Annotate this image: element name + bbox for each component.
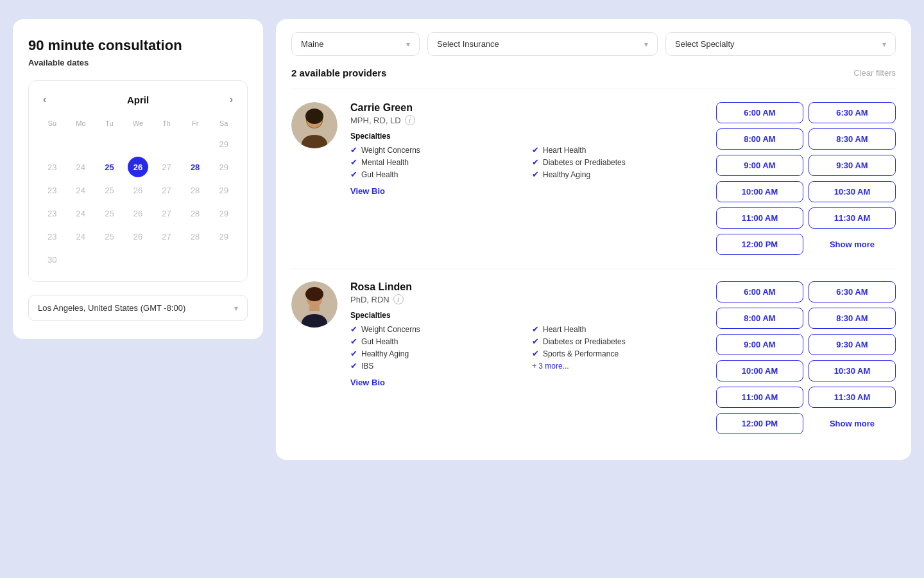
timezone-select[interactable]: Los Angeles, United States (GMT -8:00) ▾ — [28, 295, 248, 321]
specialty-name: Diabetes or Prediabetes — [543, 337, 626, 346]
time-slot-600am-rosa[interactable]: 6:00 AM — [716, 281, 803, 302]
state-filter[interactable]: Maine ▾ — [291, 32, 420, 56]
time-slots-rosa: 6:00 AM 6:30 AM 8:00 AM 8:30 AM 9:00 AM … — [716, 281, 896, 434]
specialty-item: ✔ Mental Health — [350, 157, 522, 168]
creds-text: PhD, RDN — [350, 295, 389, 304]
check-icon: ✔ — [532, 170, 539, 179]
time-slot-630am-rosa[interactable]: 6:30 AM — [809, 281, 896, 302]
calendar-day-28[interactable]: 28 — [185, 157, 205, 177]
check-icon: ✔ — [350, 145, 357, 155]
show-more-button-carrie[interactable]: Show more — [809, 234, 896, 255]
next-month-button[interactable]: › — [225, 91, 238, 108]
time-slot-930am-rosa[interactable]: 9:30 AM — [809, 334, 896, 355]
calendar-day: 27 — [157, 226, 177, 247]
timezone-value: Los Angeles, United States (GMT -8:00) — [38, 303, 185, 313]
time-slot-930am[interactable]: 9:30 AM — [809, 155, 896, 176]
specialty-item: ✔ Diabetes or Prediabetes — [532, 336, 703, 347]
calendar-day-25[interactable]: 25 — [99, 157, 119, 177]
calendar-day: 24 — [71, 203, 91, 223]
specialty-item: ✔ Sports & Performance — [532, 348, 703, 359]
time-slot-1100am-rosa[interactable]: 11:00 AM — [716, 387, 803, 408]
calendar: ‹ April › Su Mo Tu We Th Fr Sa — [28, 80, 248, 282]
time-slot-830am[interactable]: 8:30 AM — [809, 128, 896, 150]
calendar-week: 23 24 25 26 27 28 29 — [38, 202, 238, 225]
time-slot-1200pm[interactable]: 12:00 PM — [716, 234, 803, 255]
check-icon: ✔ — [350, 170, 357, 179]
time-slot-1100am[interactable]: 11:00 AM — [716, 207, 803, 229]
provider-avatar-carrie — [291, 102, 338, 148]
calendar-day — [128, 134, 148, 154]
calendar-week: 29 — [38, 132, 238, 155]
check-icon: ✔ — [350, 361, 357, 371]
time-slots-carrie: 6:00 AM 6:30 AM 8:00 AM 8:30 AM 9:00 AM … — [716, 102, 896, 255]
insurance-filter[interactable]: Select Insurance ▾ — [427, 32, 658, 56]
show-more-button-rosa[interactable]: Show more — [809, 413, 896, 434]
provider-creds-rosa: PhD, RDN i — [350, 294, 703, 304]
view-bio-rosa[interactable]: View Bio — [350, 378, 385, 387]
time-slot-1030am-rosa[interactable]: 10:30 AM — [809, 360, 896, 381]
provider-creds-carrie: MPH, RD, LD i — [350, 115, 703, 125]
calendar-header: ‹ April › — [38, 91, 238, 108]
day-tu: Tu — [95, 117, 124, 130]
check-icon: ✔ — [532, 157, 539, 167]
info-icon[interactable]: i — [405, 115, 415, 125]
specialty-item: ✔ Weight Concerns — [350, 144, 522, 155]
chevron-down-icon: ▾ — [406, 40, 410, 49]
calendar-day: 25 — [99, 180, 119, 200]
time-slot-630am[interactable]: 6:30 AM — [809, 102, 896, 123]
calendar-day: 26 — [128, 203, 148, 223]
calendar-month: April — [127, 94, 149, 105]
day-th: Th — [152, 117, 181, 130]
plus-more-rosa[interactable]: + 3 more... — [532, 362, 569, 371]
time-slot-830am-rosa[interactable]: 8:30 AM — [809, 308, 896, 329]
check-icon: ✔ — [532, 145, 539, 155]
prev-month-button[interactable]: ‹ — [38, 91, 51, 108]
specialty-filter[interactable]: Select Specialty ▾ — [665, 32, 896, 56]
check-icon: ✔ — [532, 349, 539, 358]
day-su: Su — [38, 117, 67, 130]
calendar-day — [185, 249, 205, 270]
view-bio-carrie[interactable]: View Bio — [350, 186, 385, 196]
info-icon[interactable]: i — [393, 294, 404, 304]
time-slot-1000am-rosa[interactable]: 10:00 AM — [716, 360, 803, 381]
day-sa: Sa — [209, 117, 238, 130]
calendar-day: 23 — [42, 180, 62, 200]
time-slot-800am[interactable]: 8:00 AM — [716, 128, 803, 150]
check-icon: ✔ — [350, 157, 357, 167]
calendar-week: 30 — [38, 248, 238, 271]
providers-header: 2 available providers Clear filters — [291, 67, 896, 78]
creds-text: MPH, RD, LD — [350, 116, 401, 125]
time-slot-1030am[interactable]: 10:30 AM — [809, 181, 896, 202]
provider-name-rosa: Rosa Linden — [350, 281, 703, 293]
time-slot-600am[interactable]: 6:00 AM — [716, 102, 803, 123]
calendar-day-26[interactable]: 26 — [128, 157, 148, 177]
time-slot-1130am[interactable]: 11:30 AM — [809, 207, 896, 229]
clear-filters-button[interactable]: Clear filters — [853, 68, 896, 78]
calendar-day-headers: Su Mo Tu We Th Fr Sa — [38, 117, 238, 130]
calendar-day: 29 — [214, 180, 234, 200]
svg-rect-9 — [309, 306, 320, 311]
filter-row: Maine ▾ Select Insurance ▾ Select Specia… — [291, 32, 896, 56]
provider-name-carrie: Carrie Green — [350, 102, 703, 114]
time-slot-1130am-rosa[interactable]: 11:30 AM — [809, 387, 896, 408]
calendar-day: 27 — [157, 180, 177, 200]
time-slot-900am[interactable]: 9:00 AM — [716, 155, 803, 176]
calendar-day: 26 — [128, 226, 148, 247]
consultation-title: 90 minute consultation — [28, 37, 248, 54]
calendar-day — [185, 134, 205, 154]
provider-avatar-rosa — [291, 281, 338, 328]
time-slot-900am-rosa[interactable]: 9:00 AM — [716, 334, 803, 355]
specialty-name: Gut Health — [361, 337, 398, 346]
calendar-day: 30 — [42, 249, 62, 270]
specialty-placeholder: Select Specialty — [675, 39, 735, 49]
check-icon: ✔ — [532, 324, 539, 334]
time-slot-800am-rosa[interactable]: 8:00 AM — [716, 308, 803, 329]
calendar-day: 29 — [214, 226, 234, 247]
calendar-day: 28 — [185, 203, 205, 223]
specialty-item: ✔ Weight Concerns — [350, 324, 522, 335]
time-slot-1200pm-rosa[interactable]: 12:00 PM — [716, 413, 803, 434]
calendar-day — [157, 134, 177, 154]
svg-point-4 — [305, 109, 323, 124]
time-slot-1000am[interactable]: 10:00 AM — [716, 181, 803, 202]
specialty-name: Diabetes or Prediabetes — [543, 158, 626, 167]
